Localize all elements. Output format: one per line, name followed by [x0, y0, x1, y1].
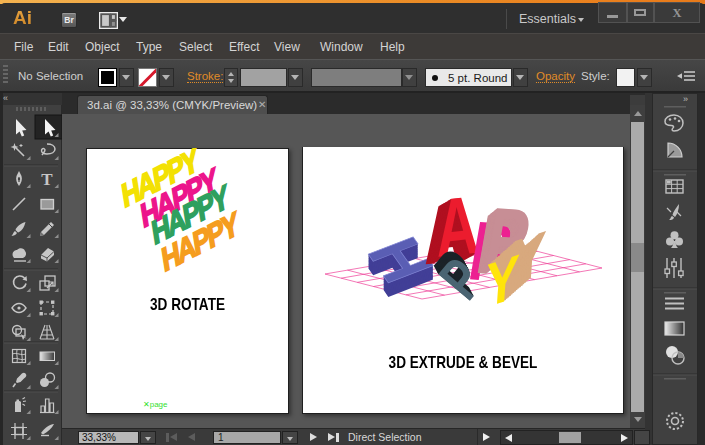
svg-text:Y: Y [483, 241, 521, 321]
svg-text:T: T [41, 170, 53, 189]
